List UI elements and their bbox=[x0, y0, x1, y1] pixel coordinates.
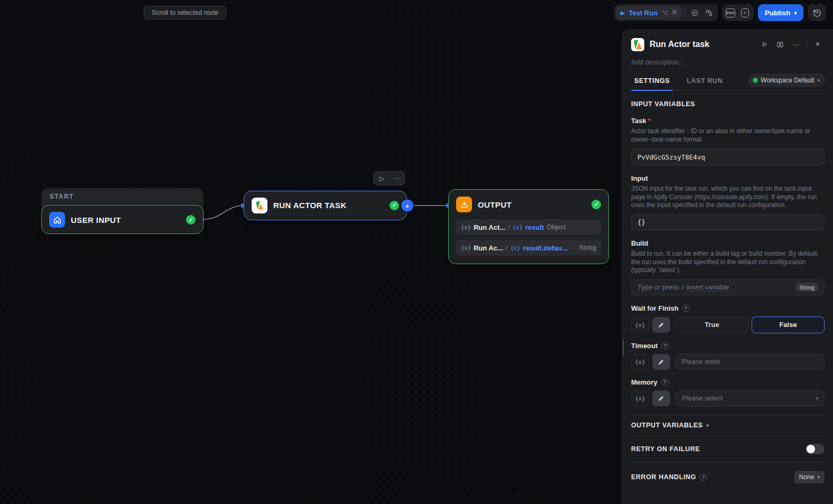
variable-icon: {x} bbox=[461, 245, 471, 251]
memory-select[interactable]: Please select ▾ bbox=[675, 390, 825, 406]
node-success-icon: ✓ bbox=[186, 215, 196, 225]
panel-title: Run Actor task bbox=[650, 40, 752, 49]
retry-toggle[interactable] bbox=[806, 444, 825, 454]
node-run-actor-task[interactable]: RUN ACTOR TASK ✓ + bbox=[244, 191, 407, 220]
chevron-down-icon: ▾ bbox=[817, 78, 820, 83]
node-play-button[interactable]: ▷ bbox=[375, 173, 388, 184]
node-config-panel: Run Actor task ⋯ × Add description... SE… bbox=[622, 30, 833, 504]
chevron-down-icon: ▾ bbox=[817, 474, 820, 480]
workspace-label: Workspace Default bbox=[761, 77, 814, 84]
test-run-button[interactable]: ▶ Test Run ⌥ R bbox=[616, 6, 682, 20]
build-description: Build to run. It can be either a build t… bbox=[631, 250, 825, 275]
scroll-to-selected-node-button[interactable]: Scroll to selected node bbox=[144, 6, 226, 20]
false-option-button[interactable]: False bbox=[752, 316, 825, 333]
path-slash: / bbox=[508, 223, 510, 231]
node-user-input-title: USER INPUT bbox=[71, 216, 121, 225]
wait-for-finish-controls: {x} True False bbox=[631, 316, 825, 333]
actions-divider bbox=[807, 41, 807, 49]
help-icon[interactable]: ? bbox=[700, 473, 707, 481]
use-variable-button[interactable]: {x} bbox=[631, 317, 649, 333]
edit-pencil-icon[interactable] bbox=[652, 354, 670, 370]
output-variables-section[interactable]: OUTPUT VARIABLES ▸ bbox=[631, 415, 825, 435]
type-badge: String bbox=[795, 283, 818, 292]
test-run-group: ▶ Test Run ⌥ R bbox=[614, 4, 718, 21]
variable-path: result.defau... bbox=[523, 244, 568, 252]
run-node-icon[interactable] bbox=[757, 38, 771, 51]
add-next-node-button[interactable]: + bbox=[401, 200, 413, 212]
shortcut-r-key: R bbox=[672, 9, 677, 16]
error-handling-value: None bbox=[799, 473, 815, 481]
chevron-down-icon: ▾ bbox=[794, 10, 797, 16]
split-view-icon[interactable] bbox=[773, 38, 787, 51]
tab-settings[interactable]: SETTINGS bbox=[631, 77, 673, 90]
output-variable-row[interactable]: {x} Run Ac... / {x} result.defau... Stri… bbox=[456, 240, 601, 256]
home-icon bbox=[49, 212, 65, 228]
help-icon[interactable]: ? bbox=[661, 378, 669, 386]
edit-pencil-icon[interactable] bbox=[652, 317, 670, 333]
node-run-actor-title: RUN ACTOR TASK bbox=[273, 201, 347, 210]
build-label: Build bbox=[631, 239, 825, 247]
publish-button[interactable]: Publish ▾ bbox=[758, 4, 804, 21]
run-all-icon[interactable] bbox=[688, 6, 702, 20]
close-icon[interactable]: × bbox=[811, 38, 825, 51]
node-user-input[interactable]: USER INPUT ✓ bbox=[41, 205, 203, 234]
panel-resize-handle[interactable] bbox=[622, 339, 624, 356]
use-variable-button[interactable]: {x} bbox=[631, 354, 649, 370]
variable-type: String bbox=[579, 244, 596, 251]
node-output-header: OUTPUT ✓ bbox=[449, 190, 608, 219]
memory-placeholder: Please select bbox=[682, 394, 723, 402]
timeout-placeholder: Please enter bbox=[682, 358, 720, 366]
shortcut-option-key: ⌥ bbox=[661, 9, 669, 16]
node-output-title: OUTPUT bbox=[478, 200, 512, 209]
panel-header: Run Actor task ⋯ × bbox=[631, 38, 825, 51]
variable-type: Object bbox=[547, 223, 566, 231]
more-options-icon[interactable]: ⋯ bbox=[789, 38, 803, 51]
memory-label: Memory ? bbox=[631, 378, 825, 386]
expand-arrow-icon: ▸ bbox=[707, 422, 710, 428]
build-placeholder: Type or press bbox=[637, 283, 679, 291]
test-run-label: Test Run bbox=[628, 9, 658, 17]
variable-icon: {x} bbox=[461, 224, 471, 230]
top-toolbar: ▶ Test Run ⌥ R ENV × Publish ▾ bbox=[614, 4, 826, 21]
workflow-checklist-icon[interactable] bbox=[702, 6, 716, 20]
toggle-knob bbox=[807, 445, 815, 453]
variable-icon: {x} bbox=[510, 245, 520, 251]
timeout-controls: {x} Please enter bbox=[631, 354, 825, 370]
history-icon[interactable] bbox=[808, 4, 826, 21]
help-icon[interactable]: ? bbox=[661, 342, 669, 349]
use-variable-button[interactable]: {x} bbox=[631, 390, 649, 406]
insert-variable-link[interactable]: insert variable bbox=[686, 283, 729, 292]
timeout-input[interactable]: Please enter bbox=[675, 354, 825, 370]
input-json-field[interactable]: {} bbox=[631, 214, 825, 230]
true-option-button[interactable]: True bbox=[675, 316, 748, 333]
timeout-label: Timeout ? bbox=[631, 342, 825, 350]
node-more-button[interactable]: ⋯ bbox=[390, 173, 403, 184]
workspace-status-dot bbox=[753, 78, 757, 82]
memory-controls: {x} Please select ▾ bbox=[631, 390, 825, 406]
task-input[interactable]: PvVdGcG5zsyT8E4vq bbox=[631, 148, 825, 165]
error-handling-select[interactable]: None ▾ bbox=[794, 471, 825, 483]
variable-source: Run Ac... bbox=[474, 244, 503, 252]
input-label: Input bbox=[631, 174, 825, 182]
input-description: JSON input for the task run, which you c… bbox=[631, 185, 825, 210]
retry-on-failure-section: RETRY ON FAILURE bbox=[631, 436, 825, 462]
environment-group: ENV × bbox=[722, 4, 754, 21]
required-mark: * bbox=[648, 117, 651, 125]
tab-last-run[interactable]: LAST RUN bbox=[683, 77, 726, 90]
output-variables-header: OUTPUT VARIABLES bbox=[631, 422, 703, 429]
description-placeholder[interactable]: Add description... bbox=[631, 58, 825, 66]
workspace-selector[interactable]: Workspace Default ▾ bbox=[748, 73, 825, 87]
node-hover-toolbar: ▷ ⋯ bbox=[373, 171, 405, 185]
output-variable-row[interactable]: {x} Run Act... / {x} result Object bbox=[456, 219, 601, 235]
error-handling-section: ERROR HANDLING ? None ▾ bbox=[631, 463, 825, 491]
help-icon[interactable]: ? bbox=[682, 304, 690, 312]
edit-pencil-icon[interactable] bbox=[652, 390, 670, 406]
node-success-icon: ✓ bbox=[390, 201, 399, 210]
build-input[interactable]: Type or press / insert variable String bbox=[631, 279, 825, 295]
input-value: {} bbox=[637, 218, 645, 226]
task-value: PvVdGcG5zsyT8E4vq bbox=[637, 153, 705, 161]
env-icon[interactable]: ENV bbox=[724, 6, 738, 20]
variables-box-icon[interactable]: × bbox=[738, 6, 752, 20]
node-output[interactable]: OUTPUT ✓ {x} Run Act... / {x} result Obj… bbox=[448, 189, 609, 264]
panel-tabs: SETTINGS LAST RUN Workspace Default ▾ bbox=[631, 73, 825, 91]
